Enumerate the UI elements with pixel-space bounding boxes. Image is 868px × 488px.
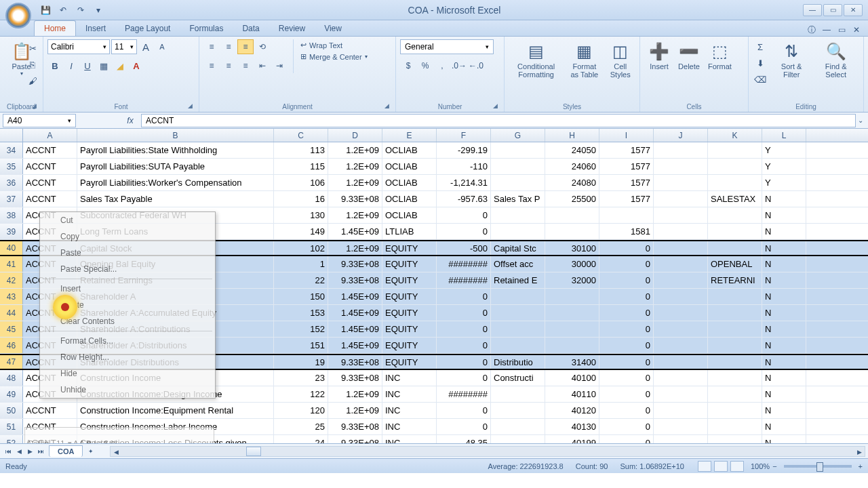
context-menu-item[interactable]: Row Height... bbox=[40, 349, 215, 365]
cell[interactable] bbox=[491, 419, 545, 434]
zoom-out-icon[interactable]: − bbox=[772, 462, 776, 470]
cell[interactable]: 40130 bbox=[545, 419, 599, 434]
mini-toolbar[interactable]: Calibri · 11 ▾ A A B I ≡ $ % , bbox=[24, 427, 214, 443]
decrease-decimal-icon[interactable]: ←.0 bbox=[468, 58, 484, 73]
cell[interactable]: N bbox=[762, 241, 806, 255]
cell[interactable]: 30100 bbox=[545, 241, 599, 255]
row-header[interactable]: 35 bbox=[0, 159, 23, 174]
cell[interactable]: 0 bbox=[599, 289, 654, 304]
col-header-f[interactable]: F bbox=[437, 129, 491, 142]
context-menu-item[interactable]: Cut bbox=[40, 212, 215, 228]
cell[interactable]: Distributio bbox=[491, 355, 545, 369]
cell[interactable]: ACCNT bbox=[23, 403, 77, 418]
cell[interactable] bbox=[654, 224, 708, 239]
cell[interactable] bbox=[708, 321, 762, 337]
page-layout-view-icon[interactable] bbox=[714, 461, 728, 472]
align-center-icon[interactable]: ≡ bbox=[220, 58, 237, 73]
cell[interactable] bbox=[708, 224, 762, 239]
cell[interactable] bbox=[654, 386, 708, 402]
bold-button[interactable]: B bbox=[47, 58, 62, 73]
tab-formulas[interactable]: Formulas bbox=[180, 21, 233, 36]
context-menu-item[interactable]: Paste Special... bbox=[40, 261, 215, 277]
cell[interactable]: 0 bbox=[437, 338, 491, 353]
row-header[interactable]: 52 bbox=[0, 435, 23, 443]
cell[interactable]: 153 bbox=[274, 305, 328, 321]
cell[interactable] bbox=[491, 305, 545, 321]
cell[interactable] bbox=[491, 142, 545, 158]
cell[interactable] bbox=[654, 191, 708, 207]
cell[interactable]: 120 bbox=[274, 403, 328, 418]
cell[interactable]: 40110 bbox=[545, 386, 599, 402]
italic-button[interactable]: I bbox=[64, 58, 79, 73]
cell[interactable]: Payroll Liabilities:Worker's Compensatio… bbox=[77, 175, 274, 190]
cell[interactable]: 40100 bbox=[545, 370, 599, 386]
cell[interactable]: Capital Stc bbox=[491, 241, 545, 255]
cell[interactable] bbox=[654, 419, 708, 434]
cell[interactable] bbox=[654, 370, 708, 386]
cell[interactable]: Retained E bbox=[491, 272, 545, 288]
row-header[interactable]: 43 bbox=[0, 289, 23, 304]
cell[interactable]: -957.63 bbox=[437, 191, 491, 207]
cell[interactable] bbox=[708, 419, 762, 434]
col-header-a[interactable]: A bbox=[23, 129, 77, 142]
context-menu-item[interactable]: Hide bbox=[40, 365, 215, 382]
cell[interactable]: 9.33E+08 bbox=[328, 256, 382, 272]
cell[interactable]: 1.2E+09 bbox=[328, 142, 382, 158]
insert-cells-button[interactable]: ➕Insert bbox=[644, 39, 674, 72]
cell[interactable]: 1.2E+09 bbox=[328, 386, 382, 402]
cell[interactable]: 1.45E+09 bbox=[328, 224, 382, 239]
increase-indent-icon[interactable]: ⇥ bbox=[271, 58, 288, 73]
col-header-j[interactable]: J bbox=[654, 129, 708, 142]
col-header-l[interactable]: L bbox=[762, 129, 806, 142]
fill-color-icon[interactable]: ◢ bbox=[113, 58, 127, 73]
cell[interactable]: Construction Income:Equipment Rental bbox=[77, 403, 274, 418]
cell[interactable]: 25 bbox=[274, 419, 328, 434]
table-row[interactable]: 34ACCNTPayroll Liabilities:State Withhol… bbox=[0, 142, 868, 159]
horizontal-scrollbar[interactable]: ◀ ▶ bbox=[110, 446, 865, 457]
autosum-icon[interactable]: Σ bbox=[753, 39, 768, 54]
cell[interactable]: 0 bbox=[599, 241, 654, 255]
cell[interactable] bbox=[654, 175, 708, 190]
cell[interactable]: 0 bbox=[437, 355, 491, 369]
clear-icon[interactable]: ⌫ bbox=[753, 72, 768, 87]
cell[interactable]: INC bbox=[382, 403, 437, 418]
cell[interactable] bbox=[708, 142, 762, 158]
cell[interactable]: 0 bbox=[437, 321, 491, 337]
cell[interactable]: 1.2E+09 bbox=[328, 175, 382, 190]
cell[interactable] bbox=[545, 224, 599, 239]
cell[interactable] bbox=[545, 289, 599, 304]
cell[interactable]: EQUITY bbox=[382, 289, 437, 304]
cell[interactable]: -500 bbox=[437, 241, 491, 255]
cell[interactable]: 30000 bbox=[545, 256, 599, 272]
cell[interactable]: 0 bbox=[437, 403, 491, 418]
cell[interactable]: INC bbox=[382, 435, 437, 443]
cell[interactable]: 1.2E+09 bbox=[328, 403, 382, 418]
format-painter-icon[interactable]: 🖌 bbox=[25, 73, 40, 88]
col-header-k[interactable]: K bbox=[708, 129, 762, 142]
col-header-e[interactable]: E bbox=[382, 129, 437, 142]
cell[interactable]: ######## bbox=[437, 386, 491, 402]
minimize-button[interactable]: — bbox=[803, 4, 822, 16]
cell[interactable]: INC bbox=[382, 370, 437, 386]
cell[interactable]: 130 bbox=[274, 207, 328, 223]
currency-icon[interactable]: $ bbox=[400, 58, 416, 73]
hscroll-left-icon[interactable]: ◀ bbox=[111, 447, 121, 458]
col-header-b[interactable]: B bbox=[77, 129, 274, 142]
cell[interactable]: 152 bbox=[274, 321, 328, 337]
sheet-tab-coa[interactable]: COA bbox=[49, 445, 83, 457]
table-row[interactable]: 50ACCNTConstruction Income:Equipment Ren… bbox=[0, 403, 868, 419]
cell[interactable]: 0 bbox=[599, 256, 654, 272]
tab-insert[interactable]: Insert bbox=[76, 21, 115, 36]
undo-icon[interactable]: ↶ bbox=[56, 3, 71, 18]
cell[interactable]: 0 bbox=[599, 419, 654, 434]
tab-review[interactable]: Review bbox=[269, 21, 315, 36]
cell[interactable]: Sales Tax Payable bbox=[77, 191, 274, 207]
close-workbook-icon[interactable]: ✕ bbox=[850, 24, 863, 36]
name-box[interactable]: A40▾ bbox=[3, 114, 76, 127]
format-as-table-button[interactable]: ▦Format as Table bbox=[564, 39, 605, 80]
cell[interactable]: EQUITY bbox=[382, 355, 437, 369]
restore-workbook-icon[interactable]: ▭ bbox=[835, 24, 848, 36]
conditional-formatting-button[interactable]: ▤Conditional Formatting bbox=[509, 39, 564, 80]
cell[interactable] bbox=[708, 289, 762, 304]
number-launcher-icon[interactable]: ◢ bbox=[493, 102, 501, 110]
